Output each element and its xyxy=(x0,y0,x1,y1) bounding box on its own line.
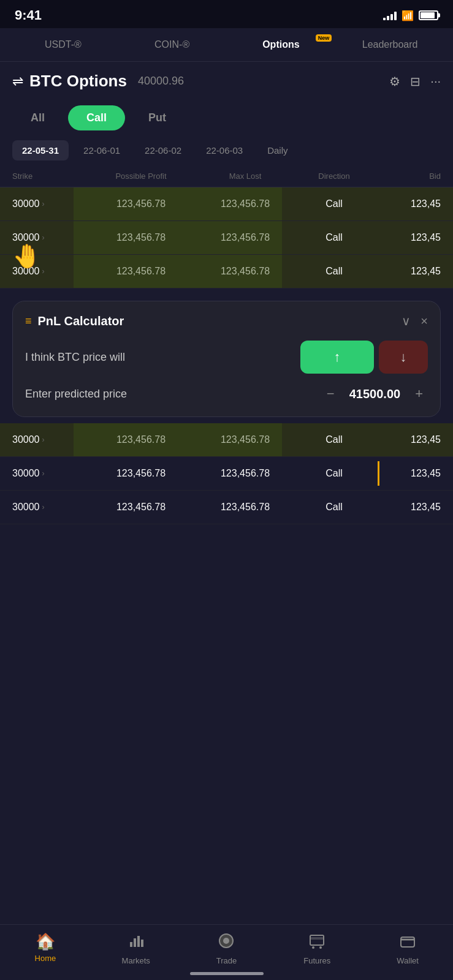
chevron-icon: › xyxy=(42,503,45,511)
chevron-icon: › xyxy=(42,200,45,208)
table-row[interactable]: 30000 › 123,456.78 123,456.78 Call 123,4… xyxy=(0,423,453,457)
nav-futures-label: Futures xyxy=(303,956,330,965)
markets-icon xyxy=(128,932,145,954)
swap-icon: ⇌ xyxy=(12,74,23,89)
signal-icon xyxy=(383,10,397,20)
more-icon[interactable]: ··· xyxy=(430,74,441,88)
cell-direction: Call xyxy=(294,434,374,445)
table-bottom: 30000 › 123,456.78 123,456.78 Call 123,4… xyxy=(0,423,453,524)
tab-all[interactable]: All xyxy=(12,105,63,130)
cell-bid: 123,45 xyxy=(374,232,441,243)
svg-rect-7 xyxy=(310,937,324,940)
cell-direction: Call xyxy=(294,468,374,479)
pnl-collapse-button[interactable]: ∨ xyxy=(402,314,411,328)
tab-leaderboard[interactable]: Leaderboard xyxy=(337,33,443,56)
pnl-title: PnL Calculator xyxy=(38,314,124,328)
nav-home-label: Home xyxy=(35,954,56,963)
tab-options[interactable]: Options New xyxy=(228,33,335,56)
date-tab-3[interactable]: 22-06-02 xyxy=(135,140,191,160)
nav-wallet[interactable]: Wallet xyxy=(362,932,453,965)
bottom-indicator xyxy=(190,972,264,975)
col-header-bid: Bid xyxy=(374,172,441,181)
cell-maxlost: 123,456.78 xyxy=(196,502,294,513)
cell-strike: 30000 › xyxy=(12,502,86,513)
cell-bid: 123,45 xyxy=(374,502,441,513)
chevron-icon: › xyxy=(42,435,45,444)
nav-wallet-label: Wallet xyxy=(397,956,419,965)
tab-usdt[interactable]: USDT-® xyxy=(10,33,116,56)
svg-rect-6 xyxy=(310,935,324,945)
pnl-down-button[interactable]: ↓ xyxy=(379,341,428,374)
tab-call[interactable]: Call xyxy=(68,105,125,130)
nav-markets[interactable]: Markets xyxy=(91,932,181,965)
table-row[interactable]: 30000 › 123,456.78 123,456.78 Call 123,4… xyxy=(0,221,453,255)
table-row[interactable]: 30000 › 123,456.78 123,456.78 Call 123,4… xyxy=(0,457,453,491)
futures-icon xyxy=(308,932,325,954)
cursor-line xyxy=(378,461,379,486)
bottom-spacer xyxy=(0,524,453,586)
nav-trade-label: Trade xyxy=(216,956,237,965)
nav-home[interactable]: 🏠 Home xyxy=(0,932,91,965)
header: ⇌ BTC Options 40000.96 ⚙ ⊟ ··· xyxy=(0,62,453,100)
up-arrow-icon: ↑ xyxy=(334,349,341,365)
table-row[interactable]: 30000 › 123,456.78 123,456.78 Call 123,4… xyxy=(0,255,453,288)
date-tab-1[interactable]: 22-05-31 xyxy=(12,140,69,160)
cell-maxlost: 123,456.78 xyxy=(196,468,294,479)
cell-profit: 123,456.78 xyxy=(86,502,196,513)
hand-icon: 🤚 xyxy=(12,243,41,423)
table-header: Strike Possible Profit Max Lost Directio… xyxy=(0,165,453,187)
date-tab-2[interactable]: 22-06-01 xyxy=(74,140,130,160)
down-arrow-icon: ↓ xyxy=(400,349,407,365)
header-price: 40000.96 xyxy=(138,75,184,88)
cell-direction: Call xyxy=(294,232,374,243)
pnl-direction-row: I think BTC price will ↑ ↓ xyxy=(25,341,428,374)
pnl-close-button[interactable]: × xyxy=(421,314,428,328)
pnl-price-minus-button[interactable]: − xyxy=(322,383,340,404)
tab-put[interactable]: Put xyxy=(130,105,185,130)
home-icon: 🏠 xyxy=(36,932,55,951)
cell-direction: Call xyxy=(294,266,374,277)
cell-profit: 123,456.78 xyxy=(86,198,196,209)
pnl-calculator: ≡ PnL Calculator ∨ × I think BTC price w… xyxy=(12,301,441,417)
cell-bid: 123,45 xyxy=(374,266,441,277)
tab-leaderboard-label: Leaderboard xyxy=(362,39,418,50)
cell-profit: 123,456.78 xyxy=(86,232,196,243)
svg-rect-1 xyxy=(134,938,136,947)
pnl-up-button[interactable]: ↑ xyxy=(300,341,374,374)
new-badge: New xyxy=(316,34,332,42)
status-time: 9:41 xyxy=(15,7,42,23)
cell-profit: 123,456.78 xyxy=(86,266,196,277)
layout-icon[interactable]: ⊟ xyxy=(410,74,421,89)
nav-futures[interactable]: Futures xyxy=(272,932,362,965)
cell-direction: Call xyxy=(294,198,374,209)
svg-rect-2 xyxy=(137,936,140,947)
cell-profit: 123,456.78 xyxy=(86,468,196,479)
trade-icon xyxy=(218,932,235,954)
nav-trade[interactable]: Trade xyxy=(181,932,272,965)
cell-bid: 123,45 xyxy=(374,198,441,209)
call-put-tabs: All Call Put xyxy=(0,100,453,135)
tab-coin[interactable]: COIN-® xyxy=(119,33,226,56)
pnl-price-plus-button[interactable]: + xyxy=(410,383,428,404)
col-header-direction: Direction xyxy=(294,172,374,181)
tab-options-label: Options xyxy=(262,39,299,50)
wifi-icon: 📶 xyxy=(402,10,414,21)
table-top: 30000 › 123,456.78 123,456.78 Call 123,4… xyxy=(0,187,453,423)
tab-usdt-label: USDT-® xyxy=(45,39,82,50)
cell-profit: 123,456.78 xyxy=(86,434,196,445)
svg-rect-3 xyxy=(141,940,143,947)
table-row[interactable]: 30000 › 123,456.78 123,456.78 Call 123,4… xyxy=(0,187,453,221)
chevron-icon: › xyxy=(42,267,45,276)
date-tab-daily[interactable]: Daily xyxy=(257,140,297,160)
svg-point-5 xyxy=(223,938,229,944)
pnl-price-row: Enter predicted price − 41500.00 + xyxy=(25,383,428,404)
table-row[interactable]: 30000 › 123,456.78 123,456.78 Call 123,4… xyxy=(0,491,453,524)
date-tab-4[interactable]: 22-06-03 xyxy=(196,140,253,160)
col-header-profit: Possible Profit xyxy=(86,172,196,181)
filter-icon[interactable]: ⚙ xyxy=(389,74,400,89)
chevron-icon: › xyxy=(42,469,45,478)
nav-markets-label: Markets xyxy=(122,956,150,965)
pnl-price-value: 41500.00 xyxy=(349,387,400,401)
col-header-maxlost: Max Lost xyxy=(196,172,294,181)
cell-maxlost: 123,456.78 xyxy=(196,232,294,243)
